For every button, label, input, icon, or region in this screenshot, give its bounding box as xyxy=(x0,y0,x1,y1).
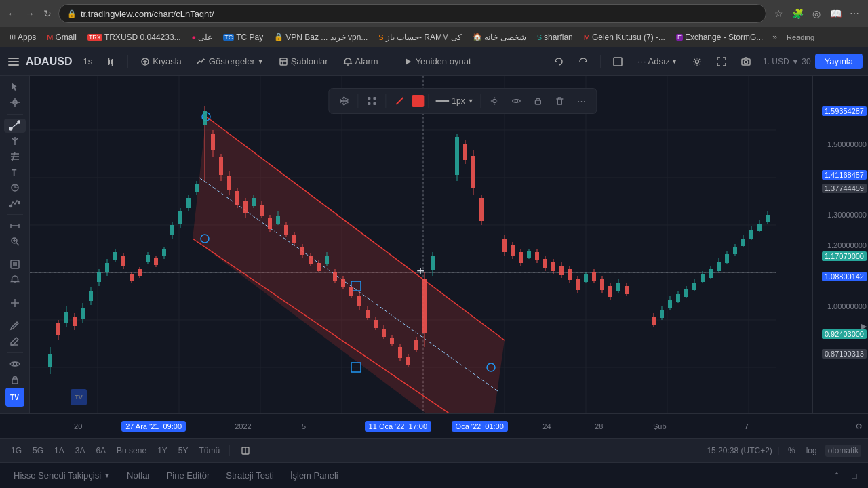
svg-rect-53 xyxy=(536,100,541,104)
fullscreen-button[interactable] xyxy=(711,55,732,68)
panel-expand-button[interactable]: □ xyxy=(848,469,861,483)
period-1y[interactable]: 1Y xyxy=(153,445,172,457)
bookmark-vpn[interactable]: 🔒 VPN Baz ... خرید vpn... xyxy=(270,31,372,43)
reading-mode-button[interactable]: 📖 xyxy=(827,5,844,22)
bookmark-gmail-label: Gmail xyxy=(56,33,77,42)
text-tool[interactable]: T xyxy=(4,165,26,179)
pencil-tool[interactable] xyxy=(4,319,26,333)
bookmark-apps[interactable]: ⊞ Apps xyxy=(5,31,40,43)
watchlist-tool[interactable] xyxy=(4,258,26,272)
compare-period-button[interactable] xyxy=(235,444,256,458)
add-indicator-tool[interactable] xyxy=(4,296,26,310)
period-1g[interactable]: 1G xyxy=(7,445,26,457)
chart-type-button[interactable] xyxy=(100,55,121,68)
tv-logo-sidebar: TV xyxy=(5,388,24,409)
bookmark-trxusd[interactable]: TRX TRXUSD 0.044233... xyxy=(83,31,185,43)
settings-button[interactable] xyxy=(687,55,707,68)
cursor-style-button[interactable]: ··· Adsız ▼ xyxy=(632,54,683,68)
panel-tab-hisse[interactable]: Hisse Senedi Takipçisi ▼ xyxy=(7,468,117,483)
bookmark-gelen[interactable]: M Gelen Kutusu (7) -... xyxy=(580,31,669,43)
ft-move-button[interactable] xyxy=(334,92,353,110)
bc-percent-button[interactable]: log xyxy=(804,445,820,457)
symbol-name[interactable]: ADAUSD xyxy=(26,56,72,68)
fibonacci-tool[interactable] xyxy=(4,149,26,163)
bookmark-reading[interactable]: Reading xyxy=(783,32,818,43)
bookmark-gmail[interactable]: M Gmail xyxy=(43,31,81,43)
bookmark-star-icon[interactable]: ☆ xyxy=(770,5,787,22)
panel-tab-notlar[interactable]: Notlar xyxy=(120,468,157,483)
bc-auto-button[interactable]: otomatik xyxy=(825,445,861,457)
extension-icon[interactable]: 🧩 xyxy=(789,5,806,22)
fullscreen-select-button[interactable] xyxy=(608,55,628,68)
eraser-tool[interactable] xyxy=(4,334,26,348)
pointer-tool[interactable] xyxy=(4,80,26,94)
ft-delete-button[interactable] xyxy=(551,92,570,110)
period-6a[interactable]: 6A xyxy=(92,445,110,457)
period-tumu[interactable]: Tümü xyxy=(195,445,224,457)
period-busene[interactable]: Bu sene xyxy=(113,445,151,457)
bookmark-tcpay[interactable]: TC TC Pay xyxy=(219,31,267,43)
bookmark-exchange[interactable]: E Exchange - StormG... xyxy=(672,31,767,43)
ft-color-picker[interactable] xyxy=(412,95,424,107)
sablonlar-button[interactable]: Şablonlar xyxy=(273,54,334,68)
panel-tab-pine[interactable]: Pine Editör xyxy=(160,468,217,483)
shape-tool[interactable] xyxy=(4,180,26,195)
gostergeler-button[interactable]: Göstergeler ▼ xyxy=(191,54,269,68)
panel-collapse-up-button[interactable]: ⌃ xyxy=(830,469,844,483)
snapshot-button[interactable] xyxy=(736,55,756,68)
ft-draw-button[interactable] xyxy=(390,92,409,110)
pattern-tool[interactable] xyxy=(4,196,26,210)
price-scale-expand-button[interactable]: ▶ xyxy=(861,322,867,331)
trend-line-tool[interactable] xyxy=(4,119,26,133)
pitchfork-icon xyxy=(9,136,20,146)
timeline-settings-icon[interactable]: ⚙ xyxy=(855,422,863,431)
panel-tab-islem[interactable]: İşlem Paneli xyxy=(283,468,345,483)
period-5y[interactable]: 5Y xyxy=(174,445,193,457)
profile-icon[interactable]: ◎ xyxy=(808,5,825,22)
more-options-icon[interactable]: ⋯ xyxy=(846,5,863,22)
bookmark-ramm[interactable]: S حساب باز- RAMM کی xyxy=(374,31,466,43)
sharfian-icon: S xyxy=(537,33,542,41)
ft-line-style-button[interactable]: 1px ▼ xyxy=(433,96,476,106)
bookmark-ali[interactable]: ● علی xyxy=(188,31,217,43)
alerts-sidebar-tool[interactable] xyxy=(4,272,26,287)
svg-rect-160 xyxy=(357,296,361,306)
ft-settings-button[interactable] xyxy=(486,92,505,110)
yeniden-oynat-button[interactable]: Yeniden oynat xyxy=(398,54,477,68)
period-5g[interactable]: 5G xyxy=(28,445,47,457)
forward-button[interactable]: → xyxy=(23,7,37,20)
svg-rect-36 xyxy=(11,260,19,268)
back-button[interactable]: ← xyxy=(5,7,19,20)
refresh-button[interactable]: ↻ xyxy=(41,7,54,20)
ft-lock-button[interactable] xyxy=(529,92,548,110)
publish-button[interactable]: Yayınla xyxy=(815,54,863,69)
bookmarks-overflow[interactable]: » xyxy=(772,33,777,42)
usd-label[interactable]: 1. USD ▼ 30 xyxy=(763,57,811,66)
crosshair-tool[interactable] xyxy=(4,96,26,110)
period-3a[interactable]: 3A xyxy=(71,445,90,457)
bc-log-button[interactable]: % xyxy=(785,445,798,457)
ft-nodes-button[interactable] xyxy=(362,92,381,110)
svg-rect-202 xyxy=(559,266,564,275)
panel-tab-strateji[interactable]: Strateji Testi xyxy=(219,468,281,483)
chart-main[interactable]: 1px ▼ xyxy=(30,76,868,413)
timeframe-button[interactable]: 1s xyxy=(79,55,96,68)
period-1a[interactable]: 1A xyxy=(50,445,68,457)
bookmark-sharfian[interactable]: S sharfian xyxy=(533,31,577,43)
bookmark-shakhsi[interactable]: 🏠 شخصی خانه xyxy=(469,31,530,43)
svg-rect-48 xyxy=(368,102,370,105)
redo-button[interactable] xyxy=(573,55,593,68)
alarm-button[interactable]: Alarm xyxy=(338,54,384,68)
undo-button[interactable] xyxy=(549,55,569,68)
measure-tool[interactable] xyxy=(4,219,26,233)
lock-tool[interactable] xyxy=(4,372,26,386)
kiyasla-button[interactable]: Kıyasla xyxy=(135,54,187,68)
ft-more-button[interactable]: ⋯ xyxy=(572,92,591,110)
eye-tool[interactable] xyxy=(4,357,26,371)
zoom-tool[interactable] xyxy=(4,235,26,249)
menu-button[interactable] xyxy=(5,55,22,68)
address-bar[interactable]: 🔒 tr.tradingview.com/chart/cLnTaqht/ xyxy=(58,4,766,23)
bookmark-ramm-label: حساب باز- RAMM کی xyxy=(386,33,462,42)
pitchfork-tool[interactable] xyxy=(4,134,26,148)
ft-visibility-button[interactable] xyxy=(507,92,526,110)
